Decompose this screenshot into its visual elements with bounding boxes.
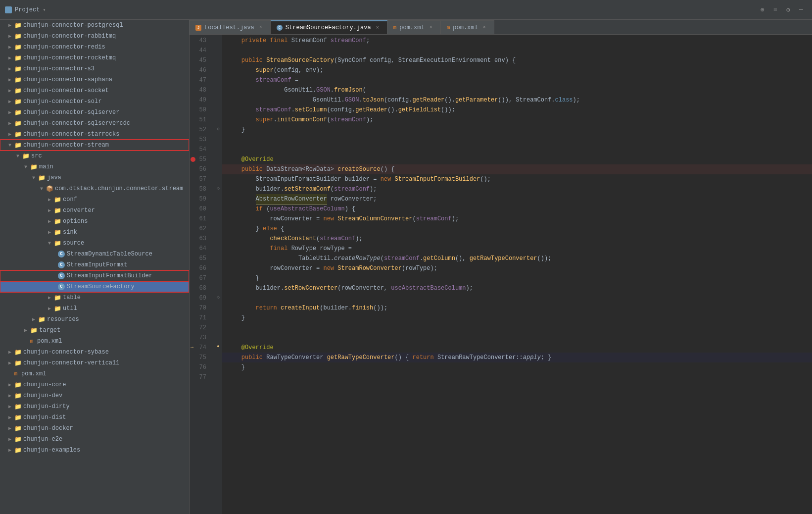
sidebar-item-solr[interactable]: ▶ 📁 chunjun-connector-solr <box>0 96 189 107</box>
sidebar-item-socket[interactable]: ▶ 📁 chunjun-connector-socket <box>0 85 189 96</box>
sidebar-item-src[interactable]: ▼ 📁 src <box>0 151 189 161</box>
arrow-postgresql: ▶ <box>6 21 14 29</box>
arrow-solr: ▶ <box>6 98 14 105</box>
sidebar-item-sqlserver[interactable]: ▶ 📁 chunjun-connector-sqlserver <box>0 107 189 118</box>
gutter-50 <box>214 104 222 114</box>
line-num-56: 56 <box>190 164 210 174</box>
sidebar-item-converter[interactable]: ▶ 📁 converter <box>0 205 189 216</box>
tab-local-test[interactable]: J LocalTest.java × <box>190 20 271 34</box>
sidebar-item-vertica11[interactable]: ▶ 📁 chunjun-connector-vertica11 <box>0 358 189 368</box>
folder-icon-stream: 📁 <box>14 141 22 149</box>
sidebar-item-rabbitmq[interactable]: ▶ 📁 chunjun-connector-rabbitmq <box>0 31 189 42</box>
folder-icon-resources: 📁 <box>38 315 46 323</box>
tab-pom1[interactable]: m pom.xml × <box>387 20 441 34</box>
project-label[interactable]: Project <box>15 6 40 13</box>
gutter-60 <box>214 203 222 213</box>
folder-icon-docker: 📁 <box>14 424 22 432</box>
sidebar-item-e2e[interactable]: ▶ 📁 chunjun-e2e <box>0 434 189 445</box>
tab-close-local-test[interactable]: × <box>257 24 264 31</box>
sidebar-item-core[interactable]: ▶ 📁 chunjun-core <box>0 379 189 390</box>
sidebar-item-dirty[interactable]: ▶ 📁 chunjun-dirty <box>0 401 189 412</box>
sidebar-item-stream-dynamic-table-source[interactable]: C StreamDynamicTableSource <box>0 249 189 259</box>
title-bar-left: Project ▾ <box>5 6 46 13</box>
code-line-63: checkConstant(streamConf); <box>222 234 812 244</box>
gutter-75 <box>214 352 222 361</box>
gutter-67 <box>214 272 222 282</box>
gutter-47 <box>214 74 222 84</box>
sidebar-item-pom-root[interactable]: m pom.xml <box>0 368 189 379</box>
arrow-stream: ▼ <box>6 141 14 149</box>
list-icon[interactable]: ≡ <box>773 6 781 14</box>
line-num-72: 72 <box>190 323 210 333</box>
folder-icon-dev: 📁 <box>14 392 22 400</box>
code-line-70: return createInput(builder.finish()); <box>222 303 812 313</box>
sidebar-item-main[interactable]: ▼ 📁 main <box>0 161 189 172</box>
folder-icon-sqlservercdc: 📁 <box>14 119 22 127</box>
code-line-46: super(config, env); <box>222 65 812 75</box>
tab-close-pom1[interactable]: × <box>428 24 434 31</box>
tab-close-pom2[interactable]: × <box>481 24 488 31</box>
folder-icon-options: 📁 <box>53 217 61 225</box>
line-num-57: 57 <box>190 174 210 184</box>
sidebar-item-sybase[interactable]: ▶ 📁 chunjun-connector-sybase <box>0 347 189 358</box>
sidebar-item-conf[interactable]: ▶ 📁 conf <box>0 194 189 205</box>
java-class-icon-sifb: C <box>57 272 65 280</box>
settings-icon[interactable]: ⚙ <box>786 6 794 14</box>
sidebar-item-target[interactable]: ▶ 📁 target <box>0 325 189 336</box>
folder-icon-socket: 📁 <box>14 87 22 95</box>
code-line-52: } <box>222 125 812 135</box>
gutter-58: ◇ <box>214 183 222 193</box>
tab-label-stream-source-factory: StreamSourceFactory.java <box>286 24 371 31</box>
dropdown-arrow-icon[interactable]: ▾ <box>43 7 46 13</box>
code-line-54 <box>222 145 812 154</box>
tab-pom2[interactable]: m pom.xml × <box>441 20 494 34</box>
arrow-conf: ▶ <box>46 196 53 204</box>
folder-icon-java: 📁 <box>38 174 46 182</box>
sidebar-item-util[interactable]: ▶ 📁 util <box>0 303 189 314</box>
sidebar-item-sqlservercdc[interactable]: ▶ 📁 chunjun-connector-sqlservercdc <box>0 118 189 129</box>
sidebar-item-rocketmq[interactable]: ▶ 📁 chunjun-connector-rocketmq <box>0 52 189 63</box>
sidebar-item-examples[interactable]: ▶ 📁 chunjun-examples <box>0 445 189 456</box>
sidebar-item-pom-stream[interactable]: m pom.xml <box>0 336 189 347</box>
sidebar-item-options[interactable]: ▶ 📁 options <box>0 216 189 227</box>
folder-icon-redis: 📁 <box>14 43 22 51</box>
folder-icon-solr: 📁 <box>14 98 22 105</box>
sidebar-item-saphana[interactable]: ▶ 📁 chunjun-connector-saphana <box>0 74 189 85</box>
sidebar-item-stream-input-format[interactable]: C StreamInputFormat <box>0 259 189 270</box>
arrow-src: ▼ <box>14 152 22 160</box>
code-content[interactable]: private final StreamConf streamConf; pub… <box>222 35 812 514</box>
sidebar-item-source[interactable]: ▼ 📁 source <box>0 238 189 249</box>
code-line-72 <box>222 323 812 333</box>
sidebar-item-resources[interactable]: ▶ 📁 resources <box>0 314 189 325</box>
globe-icon[interactable]: ⊕ <box>761 6 768 14</box>
sidebar-item-starrocks[interactable]: ▶ 📁 chunjun-connector-starrocks <box>0 129 189 140</box>
sidebar-item-s3[interactable]: ▶ 📁 chunjun-connector-s3 <box>0 63 189 74</box>
arrow-table: ▶ <box>46 294 53 302</box>
line-numbers: 43 44 45 46 47 48 49 50 51 52 53 54 55 5… <box>190 35 214 514</box>
sidebar-item-postgresql[interactable]: ▶ 📁 chunjun-connector-postgresql <box>0 20 189 31</box>
sidebar-item-dist[interactable]: ▶ 📁 chunjun-dist <box>0 412 189 423</box>
tab-close-ssf[interactable]: × <box>374 24 381 31</box>
minimize-icon[interactable]: — <box>799 6 807 14</box>
code-line-66: rowConverter = new StreamRowConverter(ro… <box>222 263 812 273</box>
arrow-java: ▼ <box>30 174 38 182</box>
line-num-49: 49 <box>190 95 210 105</box>
sidebar-item-sink[interactable]: ▶ 📁 sink <box>0 227 189 238</box>
sidebar-item-package[interactable]: ▼ 📦 com.dtstack.chunjun.connector.stream <box>0 183 189 194</box>
sidebar-item-redis[interactable]: ▶ 📁 chunjun-connector-redis <box>0 42 189 52</box>
sidebar-item-table[interactable]: ▶ 📁 table <box>0 292 189 303</box>
folder-icon-util: 📁 <box>53 305 61 312</box>
sidebar[interactable]: ▶ 📁 chunjun-connector-postgresql ▶ 📁 chu… <box>0 20 190 514</box>
code-line-61: rowConverter = new StreamColumnConverter… <box>222 214 812 224</box>
sidebar-item-java[interactable]: ▼ 📁 java <box>0 172 189 183</box>
project-icon <box>5 6 12 13</box>
sidebar-item-stream-input-format-builder[interactable]: C StreamInputFormatBuilder <box>0 270 189 281</box>
folder-icon-dirty: 📁 <box>14 403 22 411</box>
folder-icon-main: 📁 <box>30 163 38 171</box>
tab-bar: J LocalTest.java × C StreamSourceFactory… <box>190 20 812 35</box>
sidebar-item-dev[interactable]: ▶ 📁 chunjun-dev <box>0 390 189 401</box>
tab-stream-source-factory[interactable]: C StreamSourceFactory.java × <box>271 20 387 34</box>
sidebar-item-stream-source-factory[interactable]: C StreamSourceFactory <box>0 281 189 292</box>
sidebar-item-docker[interactable]: ▶ 📁 chunjun-docker <box>0 423 189 434</box>
sidebar-item-stream[interactable]: ▼ 📁 chunjun-connector-stream <box>0 140 189 151</box>
